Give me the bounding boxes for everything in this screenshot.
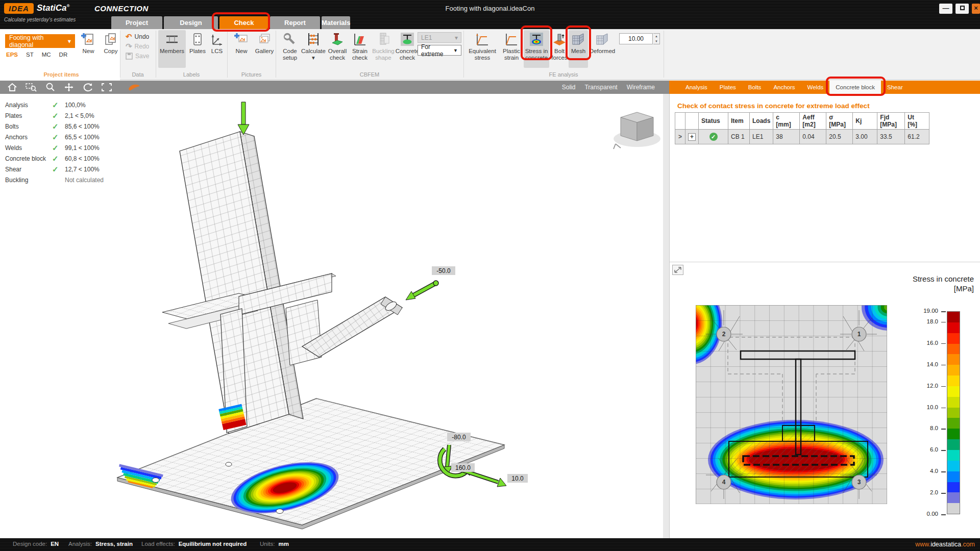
close-button[interactable]: × bbox=[972, 4, 980, 14]
mode-st[interactable]: ST bbox=[26, 52, 34, 58]
result-tab[interactable]: Welds bbox=[801, 81, 830, 94]
concrete-check-button[interactable]: Concrete check bbox=[396, 30, 419, 61]
undo-button[interactable]: ↶Undo bbox=[126, 33, 149, 41]
pan-icon[interactable] bbox=[62, 82, 76, 92]
model-viewport[interactable]: -50.0 -80.0 160.0 10.0 bbox=[0, 94, 669, 538]
plus-icon[interactable]: + bbox=[688, 133, 696, 141]
gallery-button[interactable]: Gallery bbox=[252, 30, 277, 55]
mesh-button[interactable]: Mesh bbox=[569, 30, 588, 68]
zoom-window-icon[interactable] bbox=[24, 82, 38, 92]
concrete-check-icon bbox=[400, 32, 414, 46]
ribbon-tab-bar: Project Design Check Report Materials bbox=[111, 16, 350, 29]
paint-results-icon[interactable] bbox=[128, 82, 141, 92]
equivalent-stress-button[interactable]: Equivalent stress bbox=[467, 30, 498, 61]
result-tab[interactable]: Concrete block bbox=[829, 81, 881, 94]
plates-labels-button[interactable]: Plates bbox=[187, 30, 208, 55]
result-tab[interactable]: Shear bbox=[881, 81, 909, 94]
plastic-strain-button[interactable]: Plastic strain bbox=[499, 30, 524, 61]
save-button[interactable]: Save bbox=[126, 52, 149, 60]
load-effect-select[interactable]: LE1 ▾ bbox=[418, 32, 461, 43]
status-units: Units:mm bbox=[260, 541, 289, 547]
group-label-fe-analysis: FE analysis bbox=[463, 71, 664, 78]
new-picture-button[interactable]: New bbox=[231, 30, 252, 55]
result-heading: Check of contact stress in concrete for … bbox=[677, 102, 963, 110]
expand-plot-button[interactable] bbox=[672, 265, 683, 275]
copy-project-item-button[interactable]: Copy bbox=[100, 30, 121, 55]
table-header-cell bbox=[685, 113, 699, 130]
bolt-forces-button[interactable]: Bolt forces bbox=[550, 30, 569, 61]
statica-logo-text: StatiCa® bbox=[37, 3, 69, 13]
anchor-dot bbox=[226, 462, 232, 466]
zoom-extents-icon[interactable] bbox=[100, 82, 113, 92]
result-tab[interactable]: Bolts bbox=[742, 81, 768, 94]
calculate-button[interactable]: Calculate▾ bbox=[301, 30, 326, 61]
contact-stress-plot[interactable]: 2 1 4 3 bbox=[696, 305, 887, 504]
ribbon-tab[interactable]: Materials bbox=[322, 16, 350, 29]
overall-check-button[interactable]: Overall check bbox=[326, 30, 349, 61]
render-mode-transparent[interactable]: Transparent bbox=[584, 84, 617, 91]
member-beam-icon bbox=[165, 32, 179, 46]
status-load-effects: Load effects:Equilibrium not required bbox=[141, 541, 247, 547]
new-picture-icon bbox=[234, 32, 249, 46]
redo-button[interactable]: ↷Redo bbox=[126, 42, 149, 51]
registered-mark: ® bbox=[67, 4, 70, 8]
group-label-data: Data bbox=[120, 71, 156, 78]
rotate-icon[interactable] bbox=[81, 82, 94, 92]
chevron-down-icon: ▼ bbox=[453, 48, 458, 53]
ribbon-tab[interactable]: Check bbox=[219, 16, 268, 29]
result-tab-bar: Analysis Plates Bolts Anchors Welds Conc… bbox=[669, 81, 980, 94]
zoom-icon[interactable] bbox=[43, 82, 57, 92]
render-mode-solid[interactable]: Solid bbox=[562, 84, 576, 91]
mode-mc[interactable]: MC bbox=[42, 52, 51, 58]
panel-splitter[interactable] bbox=[663, 94, 669, 538]
web-hatch bbox=[782, 425, 815, 441]
ribbon-tab[interactable]: Report bbox=[270, 16, 320, 29]
home-icon[interactable] bbox=[6, 82, 19, 92]
anchor-number: 2 bbox=[722, 331, 726, 338]
anchor-dot bbox=[152, 478, 159, 483]
ribbon-tab[interactable]: Project bbox=[111, 16, 162, 29]
buckling-shape-icon bbox=[376, 32, 390, 46]
render-mode-wireframe[interactable]: Wireframe bbox=[627, 84, 655, 91]
mode-dr[interactable]: DR bbox=[59, 52, 68, 58]
scale-stepper[interactable]: ▲▼ bbox=[653, 33, 660, 44]
result-tab[interactable]: Analysis bbox=[679, 81, 714, 94]
mode-eps[interactable]: EPS bbox=[6, 52, 18, 58]
stress-in-concrete-button[interactable]: Stress in concrete bbox=[524, 30, 549, 68]
result-tab[interactable]: Anchors bbox=[767, 81, 801, 94]
mesh-icon bbox=[571, 32, 585, 46]
load-label-n: -50.0 bbox=[436, 267, 451, 274]
table-header-cell: c[mm] bbox=[773, 113, 800, 130]
load-label-h: 10.0 bbox=[511, 475, 524, 482]
lcs-labels-button[interactable]: LCS bbox=[207, 30, 227, 55]
tagline: Calculate yesterday's estimates bbox=[4, 17, 76, 22]
load-label-m: 160.0 bbox=[455, 464, 471, 471]
legend-colorbar bbox=[947, 311, 960, 514]
anchor-number: 4 bbox=[722, 479, 726, 486]
code-setup-button[interactable]: Code setup bbox=[279, 30, 301, 61]
extreme-filter-select[interactable]: For extreme ▼ bbox=[418, 45, 461, 56]
chevron-down-icon: ▾ bbox=[312, 55, 315, 61]
website-link[interactable]: www.ideastatica.com bbox=[915, 541, 975, 548]
row-expand-cell[interactable]: > bbox=[675, 130, 685, 144]
status-design-code: Design code:EN bbox=[13, 541, 59, 547]
table-row[interactable]: > + ✓ CB 1 LE1 38 0.04 20.5 3.00 33.5 61… bbox=[675, 130, 929, 144]
result-tab[interactable]: Plates bbox=[714, 81, 742, 94]
view-cube[interactable] bbox=[614, 112, 660, 149]
deformed-button[interactable]: Deformed bbox=[588, 30, 617, 55]
minimize-button[interactable]: — bbox=[939, 4, 952, 14]
buckling-shape-button[interactable]: Buckling shape bbox=[371, 30, 396, 61]
gallery-icon bbox=[257, 32, 272, 46]
project-item-select[interactable]: Footing with diagonal ▾ bbox=[5, 34, 75, 48]
new-project-item-button[interactable]: New bbox=[78, 30, 99, 55]
row-add-cell[interactable]: + bbox=[685, 130, 699, 144]
strain-check-button[interactable]: Strain check bbox=[349, 30, 371, 61]
abacus-icon bbox=[306, 32, 321, 46]
members-labels-button[interactable]: Members bbox=[158, 30, 186, 68]
ribbon-tab[interactable]: Design bbox=[164, 16, 218, 29]
table-header-cell bbox=[675, 113, 685, 130]
group-label-project-items: Project items bbox=[10, 71, 112, 78]
maximize-button[interactable] bbox=[955, 4, 969, 14]
deformed-scale-input[interactable]: 10.00 bbox=[619, 33, 653, 44]
legend-tick-label: 0.00 bbox=[908, 511, 938, 517]
